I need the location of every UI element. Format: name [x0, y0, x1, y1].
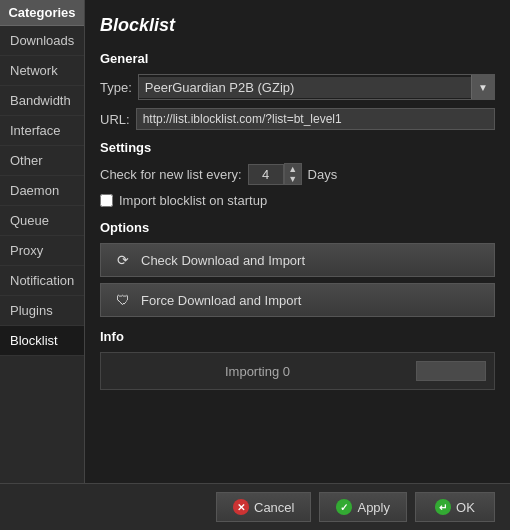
import-on-startup-checkbox[interactable]	[100, 194, 113, 207]
sidebar-header: Categories	[0, 0, 84, 26]
check-download-label: Check Download and Import	[141, 253, 305, 268]
type-dropdown-button[interactable]: ▼	[471, 75, 494, 99]
import-on-startup-label[interactable]: Import blocklist on startup	[100, 193, 495, 208]
type-label: Type:	[100, 80, 132, 95]
type-value: PeerGuardian P2B (GZip)	[139, 77, 471, 98]
sidebar-item-network[interactable]: Network	[0, 56, 84, 86]
force-download-icon: 🛡	[113, 290, 133, 310]
check-interval-row: Check for new list every: ▲ ▼ Days	[100, 163, 495, 185]
spin-down-button[interactable]: ▼	[285, 174, 301, 184]
sidebar-item-downloads[interactable]: Downloads	[0, 26, 84, 56]
progress-area: Importing 0	[100, 352, 495, 390]
type-select-wrapper: PeerGuardian P2B (GZip) ▼	[138, 74, 495, 100]
info-section: Info Importing 0	[100, 329, 495, 390]
options-section-label: Options	[100, 220, 495, 235]
ok-label: OK	[456, 500, 475, 515]
ok-button[interactable]: ↵ OK	[415, 492, 495, 522]
sidebar-item-daemon[interactable]: Daemon	[0, 176, 84, 206]
apply-icon: ✓	[336, 499, 352, 515]
cancel-icon: ✕	[233, 499, 249, 515]
sidebar: Categories Downloads Network Bandwidth I…	[0, 0, 85, 483]
progress-bar	[416, 361, 486, 381]
sidebar-item-queue[interactable]: Queue	[0, 206, 84, 236]
check-download-icon: ⟳	[113, 250, 133, 270]
apply-label: Apply	[357, 500, 390, 515]
info-section-label: Info	[100, 329, 495, 344]
check-interval-prefix: Check for new list every:	[100, 167, 242, 182]
options-section: Options ⟳ Check Download and Import 🛡 Fo…	[100, 220, 495, 317]
sidebar-item-proxy[interactable]: Proxy	[0, 236, 84, 266]
main-panel: Blocklist General Type: PeerGuardian P2B…	[85, 0, 510, 483]
sidebar-item-interface[interactable]: Interface	[0, 116, 84, 146]
import-on-startup-text: Import blocklist on startup	[119, 193, 267, 208]
sidebar-item-plugins[interactable]: Plugins	[0, 296, 84, 326]
url-input[interactable]	[136, 108, 495, 130]
ok-icon: ↵	[435, 499, 451, 515]
sidebar-item-notification[interactable]: Notification	[0, 266, 84, 296]
sidebar-item-blocklist[interactable]: Blocklist	[0, 326, 84, 356]
importing-text: Importing 0	[109, 364, 406, 379]
content-area: Categories Downloads Network Bandwidth I…	[0, 0, 510, 483]
url-field-row: URL:	[100, 108, 495, 130]
force-download-button[interactable]: 🛡 Force Download and Import	[100, 283, 495, 317]
spin-up-button[interactable]: ▲	[285, 164, 301, 174]
type-field-row: Type: PeerGuardian P2B (GZip) ▼	[100, 74, 495, 100]
general-section-label: General	[100, 51, 495, 66]
number-input-container: ▲ ▼	[248, 163, 302, 185]
settings-section-label: Settings	[100, 140, 495, 155]
cancel-label: Cancel	[254, 500, 294, 515]
check-download-button[interactable]: ⟳ Check Download and Import	[100, 243, 495, 277]
bottom-bar: ✕ Cancel ✓ Apply ↵ OK	[0, 483, 510, 530]
force-download-label: Force Download and Import	[141, 293, 301, 308]
spin-buttons: ▲ ▼	[284, 163, 302, 185]
apply-button[interactable]: ✓ Apply	[319, 492, 407, 522]
sidebar-item-other[interactable]: Other	[0, 146, 84, 176]
settings-section: Settings Check for new list every: ▲ ▼ D…	[100, 140, 495, 208]
main-container: Categories Downloads Network Bandwidth I…	[0, 0, 510, 530]
cancel-button[interactable]: ✕ Cancel	[216, 492, 311, 522]
panel-title: Blocklist	[100, 15, 495, 36]
sidebar-item-bandwidth[interactable]: Bandwidth	[0, 86, 84, 116]
url-label: URL:	[100, 112, 130, 127]
check-interval-input[interactable]	[248, 164, 284, 185]
days-label: Days	[308, 167, 338, 182]
